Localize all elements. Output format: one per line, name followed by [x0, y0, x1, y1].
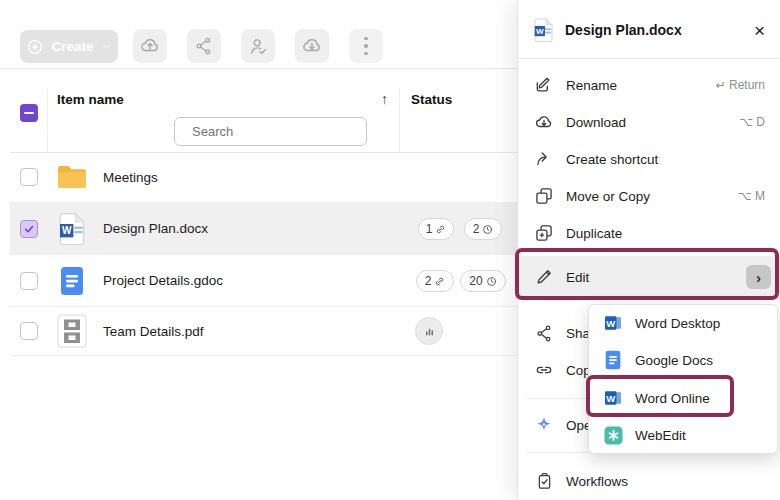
- item-name-column-header[interactable]: Item name: [57, 92, 124, 107]
- recents-badge[interactable]: 20: [460, 270, 506, 292]
- google-docs-icon: [603, 350, 623, 370]
- edit-submenu-chevron[interactable]: ›: [746, 265, 771, 289]
- menu-item-duplicate[interactable]: Duplicate: [518, 218, 780, 248]
- menu-item-label: Workflows: [566, 474, 628, 489]
- submenu-item-word-online[interactable]: W Word Online: [589, 383, 777, 413]
- edit-submenu: W Word Desktop Google Docs W Word Online…: [588, 304, 778, 454]
- share-icon: [534, 323, 554, 343]
- shortcut-hint: ⌥ D: [739, 115, 765, 129]
- row-checkbox[interactable]: [20, 272, 38, 290]
- file-name: Meetings: [103, 170, 158, 185]
- table-row[interactable]: Project Details.gdoc 2 20: [10, 255, 517, 307]
- table-row[interactable]: Team Details.pdf: [10, 307, 517, 356]
- menu-item-label: Rename: [566, 78, 617, 93]
- checkmark-icon: [23, 223, 35, 235]
- shared-links-badge[interactable]: 1: [418, 218, 454, 240]
- menu-item-workflows[interactable]: Workflows: [518, 466, 780, 496]
- clock-icon: [486, 276, 497, 287]
- link-icon: [434, 276, 445, 287]
- svg-text:W: W: [606, 393, 615, 404]
- svg-text:W: W: [62, 225, 72, 236]
- more-options-button[interactable]: [349, 29, 383, 63]
- svg-text:W: W: [606, 318, 615, 329]
- menu-item-create-shortcut[interactable]: Create shortcut: [518, 144, 780, 174]
- insights-badge[interactable]: [415, 317, 443, 345]
- submenu-item-label: Word Desktop: [635, 316, 720, 331]
- pdf-preview-icon: [54, 314, 90, 348]
- svg-text:W: W: [536, 27, 544, 36]
- share-icon: [194, 36, 214, 56]
- menu-item-move-or-copy[interactable]: Move or Copy ⌥ M: [518, 181, 780, 211]
- webedit-icon: [603, 425, 623, 445]
- badge-count: 1: [426, 222, 433, 236]
- panel-title: Design Plan.docx: [565, 22, 682, 38]
- recents-badge[interactable]: 2: [464, 218, 502, 240]
- word-logo-icon: W: [603, 388, 623, 408]
- table-row[interactable]: W Design Plan.docx 1 2: [10, 203, 517, 255]
- menu-item-label: Download: [566, 115, 626, 130]
- google-doc-icon: [54, 266, 90, 296]
- row-checkbox[interactable]: [20, 168, 38, 186]
- panel-divider: [518, 58, 780, 59]
- file-name: Project Details.gdoc: [103, 273, 223, 288]
- menu-item-label: Edit: [566, 270, 589, 285]
- plus-circle-icon: [25, 37, 45, 57]
- menu-item-label: Move or Copy: [566, 189, 650, 204]
- chevron-down-icon: [100, 40, 113, 53]
- link-icon: [534, 360, 554, 380]
- shortcut-hint: ↵ Return: [716, 78, 765, 92]
- badge-count: 2: [425, 274, 432, 288]
- clock-icon: [482, 224, 493, 235]
- create-shortcut-icon: [534, 149, 554, 169]
- menu-item-download[interactable]: Download ⌥ D: [518, 107, 780, 137]
- cloud-download-icon: [534, 112, 554, 132]
- rename-icon: [534, 75, 554, 95]
- kebab-icon: [364, 35, 368, 58]
- status-column-header[interactable]: Status: [411, 92, 452, 107]
- submenu-item-word-desktop[interactable]: W Word Desktop: [589, 308, 777, 338]
- panel-header: W Design Plan.docx ×: [518, 10, 780, 50]
- share-button[interactable]: [187, 29, 221, 63]
- badge-count: 2: [473, 222, 480, 236]
- duplicate-icon: [534, 223, 554, 243]
- column-divider: [399, 88, 400, 152]
- table-row[interactable]: Meetings: [10, 152, 517, 203]
- sort-ascending-icon[interactable]: ↑: [381, 91, 388, 107]
- user-check-button[interactable]: [241, 29, 275, 63]
- menu-item-label: Duplicate: [566, 226, 622, 241]
- row-checkbox[interactable]: [20, 220, 38, 238]
- select-all-checkbox[interactable]: [20, 104, 38, 122]
- upload-button[interactable]: [133, 29, 167, 63]
- menu-item-label: Sha: [566, 326, 590, 341]
- folder-icon: [54, 164, 90, 190]
- search-box[interactable]: [174, 117, 367, 146]
- menu-item-rename[interactable]: Rename ↵ Return: [518, 70, 780, 100]
- word-document-icon: W: [54, 213, 90, 245]
- badge-count: 20: [469, 274, 482, 288]
- user-check-icon: [248, 36, 269, 57]
- cloud-upload-icon: [139, 35, 161, 57]
- create-button-label: Create: [51, 39, 93, 54]
- cloud-download-icon: [301, 35, 323, 57]
- sparkle-icon: [534, 415, 554, 435]
- shared-links-badge[interactable]: 2: [416, 270, 454, 292]
- shortcut-hint: ⌥ M: [738, 189, 765, 203]
- column-divider: [47, 88, 48, 152]
- menu-item-edit[interactable]: Edit: [518, 262, 780, 292]
- search-input[interactable]: [190, 123, 370, 140]
- file-name: Team Details.pdf: [103, 324, 204, 339]
- file-name: Design Plan.docx: [103, 221, 208, 236]
- submenu-item-google-docs[interactable]: Google Docs: [589, 345, 777, 375]
- link-icon: [435, 224, 446, 235]
- row-checkbox[interactable]: [20, 322, 38, 340]
- menu-item-label: Create shortcut: [566, 152, 658, 167]
- close-icon[interactable]: ×: [754, 21, 765, 40]
- toolbar-divider: [0, 68, 517, 69]
- submenu-item-label: Google Docs: [635, 353, 713, 368]
- bar-chart-icon: [423, 325, 436, 338]
- word-logo-icon: W: [603, 313, 623, 333]
- download-button[interactable]: [295, 29, 329, 63]
- create-button[interactable]: Create: [20, 30, 118, 63]
- submenu-item-label: WebEdit: [635, 428, 686, 443]
- submenu-item-webedit[interactable]: WebEdit: [589, 420, 777, 450]
